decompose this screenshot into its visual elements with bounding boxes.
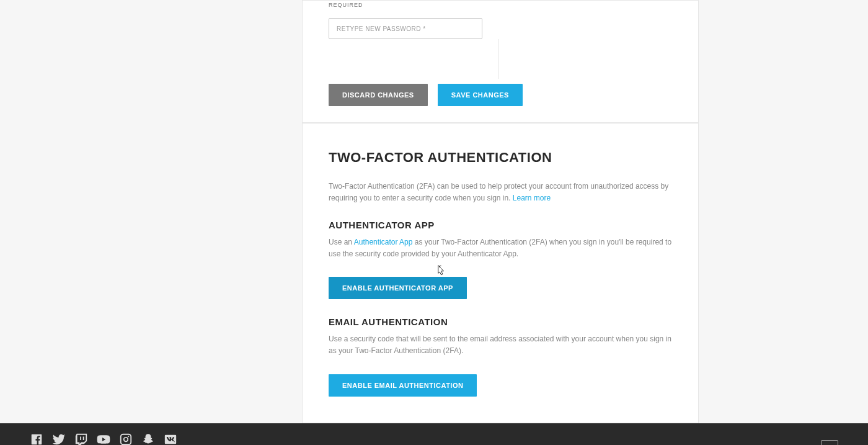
instagram-icon[interactable]: [119, 433, 133, 445]
learn-more-link[interactable]: Learn more: [513, 194, 551, 202]
tfa-description: Two-Factor Authentication (2FA) can be u…: [329, 181, 672, 204]
authenticator-app-heading: AUTHENTICATOR APP: [329, 220, 672, 230]
auth-app-desc-prefix: Use an: [329, 238, 354, 246]
facebook-icon[interactable]: [30, 433, 43, 445]
twitch-icon[interactable]: [74, 433, 88, 445]
required-label: REQUIRED: [329, 1, 672, 8]
password-section: REQUIRED DISCARD CHANGES SAVE CHANGES: [302, 0, 699, 123]
snapchat-icon[interactable]: [141, 433, 155, 445]
scroll-to-top-button[interactable]: [821, 440, 838, 445]
authenticator-app-group: AUTHENTICATOR APP Use an Authenticator A…: [329, 220, 672, 299]
enable-authenticator-button[interactable]: ENABLE AUTHENTICATOR APP: [329, 277, 467, 299]
twitter-icon[interactable]: [52, 433, 66, 445]
password-buttons: DISCARD CHANGES SAVE CHANGES: [329, 84, 672, 106]
tfa-desc-text: Two-Factor Authentication (2FA) can be u…: [329, 182, 668, 202]
save-changes-button[interactable]: SAVE CHANGES: [438, 84, 523, 106]
enable-email-auth-button[interactable]: ENABLE EMAIL AUTHENTICATION: [329, 374, 477, 397]
retype-password-input[interactable]: [329, 18, 482, 39]
youtube-icon[interactable]: [97, 433, 110, 445]
social-links: [30, 433, 177, 445]
two-factor-section: TWO-FACTOR AUTHENTICATION Two-Factor Aut…: [302, 123, 699, 423]
vk-icon[interactable]: [164, 433, 177, 445]
email-auth-heading: EMAIL AUTHENTICATION: [329, 317, 672, 327]
email-auth-group: EMAIL AUTHENTICATION Use a security code…: [329, 317, 672, 396]
section-divider: [329, 39, 672, 84]
authenticator-app-desc: Use an Authenticator App as your Two-Fac…: [329, 236, 672, 259]
authenticator-app-link[interactable]: Authenticator App: [354, 238, 413, 246]
email-auth-desc: Use a security code that will be sent to…: [329, 333, 672, 356]
discard-changes-button[interactable]: DISCARD CHANGES: [329, 84, 428, 106]
tfa-heading: TWO-FACTOR AUTHENTICATION: [329, 150, 672, 166]
footer: [0, 423, 868, 445]
